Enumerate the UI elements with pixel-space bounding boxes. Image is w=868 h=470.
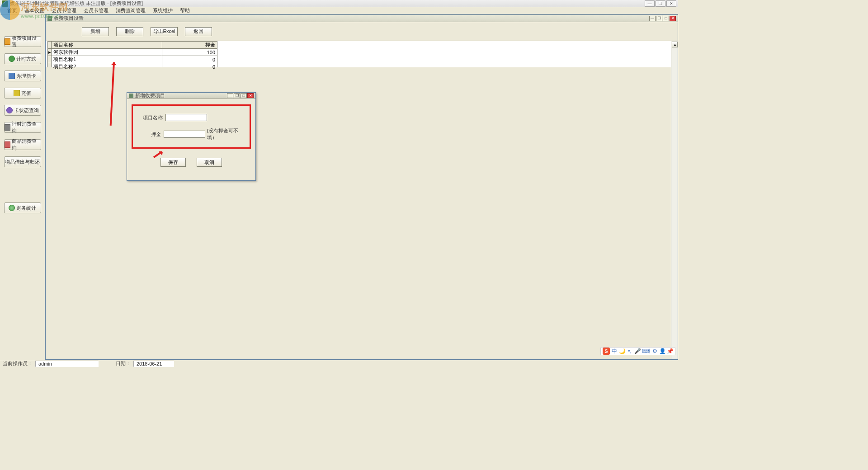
cancel-button[interactable]: 取消 — [197, 158, 222, 167]
sidebar-item-label: 商品消费查询 — [12, 138, 40, 151]
dialog-icon: – — [129, 94, 133, 98]
scroll-up-icon[interactable]: ▴ — [672, 42, 678, 47]
sidebar-fee-settings[interactable]: 收费项目设置 — [4, 36, 41, 47]
sidebar-item-label: 收费项目设置 — [12, 35, 40, 48]
main-close-button[interactable]: ✕ — [666, 0, 676, 7]
form-row-deposit: 押金 (没有押金可不填） — [137, 127, 245, 141]
sidebar-item-label: 计时方式 — [16, 56, 36, 62]
sidebar-item-label: 计时消费查询 — [12, 121, 40, 134]
add-fee-dialog: – 新增收费项目 — ❐ □ ✕ 项目名称 押金 (没有押金可不填 — [127, 92, 256, 181]
cell-deposit[interactable]: 0 — [162, 56, 217, 63]
deposit-hint: (没有押金可不填） — [207, 127, 245, 141]
mdi-close-button[interactable]: ✕ — [670, 16, 676, 21]
sidebar-item-label: 充值 — [21, 90, 31, 97]
dialog-body: 项目名称 押金 (没有押金可不填） 保存 取消 — [127, 99, 255, 172]
mdi-max-button[interactable]: □ — [663, 16, 669, 21]
sidebar-item-label: 卡状态查询 — [14, 107, 39, 114]
mdi-min-button[interactable]: — — [649, 16, 656, 21]
dialog-max-button[interactable]: □ — [241, 93, 247, 98]
menu-query[interactable]: 消费查询管理 — [112, 7, 149, 14]
globe-icon — [9, 205, 15, 211]
menu-card-manage-1[interactable]: 会员卡管理 — [48, 7, 80, 14]
ime-keyboard-icon[interactable]: ⌨ — [642, 348, 648, 354]
export-button[interactable]: 导出Excel — [151, 27, 178, 36]
scrollbar[interactable]: ▴ — [671, 41, 678, 359]
ime-punct-icon[interactable]: •, — [627, 348, 633, 354]
product-icon — [5, 141, 11, 148]
sidebar-timing-query[interactable]: 计时消费查询 — [4, 122, 41, 133]
grid-header-deposit[interactable]: 押金 — [162, 42, 217, 49]
sidebar-product-query[interactable]: 商品消费查询 — [4, 139, 41, 150]
cell-name[interactable]: 项目名称1 — [52, 56, 162, 63]
form-row-name: 项目名称 — [137, 114, 245, 121]
sidebar-recharge[interactable]: 充值 — [4, 88, 41, 99]
dialog-restore-button[interactable]: ❐ — [234, 93, 240, 98]
print-icon — [5, 124, 11, 131]
data-grid[interactable]: 项目名称 押金 ▸ 河东软件园 100 项目名称1 0 — [47, 41, 217, 70]
new-button[interactable]: 新增 — [82, 27, 109, 36]
ime-moon-icon[interactable]: 🌙 — [619, 348, 625, 354]
dialog-titlebar[interactable]: – 新增收费项目 — ❐ □ ✕ — [127, 93, 255, 99]
main-restore-button[interactable]: ❐ — [656, 0, 665, 7]
ime-toolbar[interactable]: S 中 🌙 •, 🎤 ⌨ ⚙ 👤 📌 — [600, 347, 675, 355]
sidebar-new-card[interactable]: 办理新卡 — [4, 70, 41, 81]
name-input[interactable] — [165, 114, 207, 121]
status-operator-label: 当前操作员： — [0, 360, 35, 367]
ime-divider — [650, 348, 650, 354]
statusbar: 当前操作员： admin 日期： 2018-06-21 — [0, 360, 678, 367]
menubar: 首页 基本设置 会员卡管理 会员卡管理 消费查询管理 系统维护 帮助 — [0, 7, 678, 14]
sidebar-item-label: 物品借出与归还 — [5, 159, 40, 165]
mdi-restore-button[interactable]: ❐ — [656, 16, 662, 21]
row-indicator: ▸ — [48, 49, 52, 56]
annotation-arrow-2 — [148, 150, 165, 163]
mdi-window: – 收费项目设置 — ❐ □ ✕ 新增 删除 导出Excel 返回 项目名称 — [45, 14, 678, 360]
ime-mic-icon[interactable]: 🎤 — [634, 348, 641, 354]
ime-pin-icon[interactable]: 📌 — [667, 348, 673, 354]
dialog-title: 新增收费项目 — [135, 92, 165, 99]
sidebar-lend-return[interactable]: 物品借出与归还 — [4, 156, 41, 167]
main-titlebar: 娱乐刷卡计时计次管理系统增强版 未注册版 - [收费项目设置] — ❐ ✕ — [0, 0, 678, 7]
sidebar-item-label: 办理新卡 — [16, 73, 36, 80]
row-indicator — [48, 56, 52, 63]
dialog-min-button[interactable]: — — [227, 93, 233, 98]
ime-gear-icon[interactable]: ⚙ — [651, 348, 658, 354]
grid-wrap: 项目名称 押金 ▸ 河东软件园 100 项目名称1 0 — [46, 41, 678, 67]
settings-icon — [5, 38, 11, 45]
sidebar-timing-mode[interactable]: 计时方式 — [4, 53, 41, 64]
menu-basic-settings[interactable]: 基本设置 — [21, 7, 48, 14]
table-row[interactable]: ▸ 河东软件园 100 — [48, 49, 217, 56]
grid-corner — [48, 42, 52, 49]
name-label: 项目名称 — [137, 114, 163, 121]
ime-lang[interactable]: 中 — [611, 348, 618, 355]
sidebar-item-label: 财务统计 — [16, 205, 36, 212]
status-date-label: 日期： — [113, 360, 133, 367]
back-button[interactable]: 返回 — [185, 27, 212, 36]
recharge-icon — [14, 90, 20, 96]
mdi-title: 收费项目设置 — [54, 15, 84, 22]
cell-name[interactable]: 河东软件园 — [52, 49, 162, 56]
table-row[interactable]: 项目名称1 0 — [48, 56, 217, 63]
menu-help[interactable]: 帮助 — [176, 7, 193, 14]
dialog-close-button[interactable]: ✕ — [247, 93, 254, 98]
menu-home[interactable]: 首页 — [4, 7, 21, 14]
ime-user-icon[interactable]: 👤 — [659, 348, 665, 354]
sidebar-finance[interactable]: 财务统计 — [4, 202, 41, 213]
app-title: 娱乐刷卡计时计次管理系统增强版 未注册版 - [收费项目设置] — [10, 0, 143, 7]
status-date-value: 2018-06-21 — [133, 361, 174, 367]
menu-system[interactable]: 系统维护 — [149, 7, 176, 14]
cell-deposit[interactable]: 100 — [162, 49, 217, 56]
ime-logo-icon[interactable]: S — [603, 348, 610, 355]
sidebar-card-status[interactable]: 卡状态查询 — [4, 105, 41, 116]
sidebar: 收费项目设置 计时方式 办理新卡 充值 卡状态查询 计时消费查询 商品消费查询 … — [0, 14, 45, 360]
deposit-input[interactable] — [164, 131, 205, 138]
menu-card-manage-2[interactable]: 会员卡管理 — [80, 7, 112, 14]
clock-icon — [9, 56, 15, 62]
app-icon — [2, 0, 8, 7]
status-operator-value: admin — [35, 361, 99, 367]
delete-button[interactable]: 删除 — [116, 27, 143, 36]
main-minimize-button[interactable]: — — [645, 0, 655, 7]
mdi-icon: – — [47, 16, 52, 21]
grid-header-name[interactable]: 项目名称 — [52, 42, 162, 49]
highlight-box: 项目名称 押金 (没有押金可不填） — [132, 104, 251, 149]
main-area: – 收费项目设置 — ❐ □ ✕ 新增 删除 导出Excel 返回 项目名称 — [45, 14, 678, 360]
